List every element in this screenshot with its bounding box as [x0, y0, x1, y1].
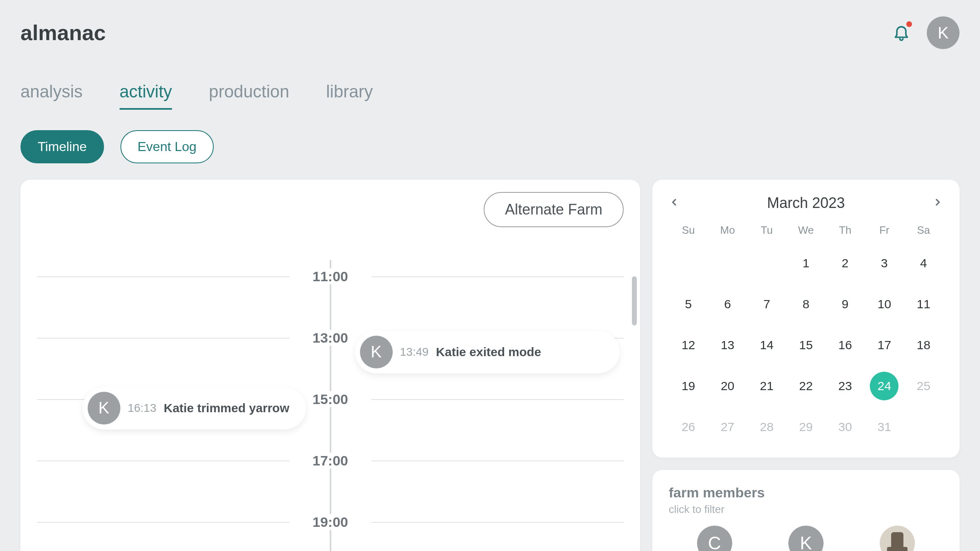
event-text: Katie trimmed yarrow [164, 401, 290, 415]
calendar-prev-button[interactable] [669, 197, 679, 209]
event-avatar: K [360, 336, 393, 368]
calendar-dow: We [786, 224, 826, 237]
tab-library[interactable]: library [326, 82, 373, 110]
calendar-day[interactable]: 29 [792, 413, 820, 441]
calendar-grid: SuMoTuWeThFrSa12345678910111213141516171… [669, 224, 943, 441]
calendar-day[interactable]: 25 [909, 372, 938, 400]
timeline-panel: Alternate Farm 11:0013:0015:0017:0019:00… [20, 180, 640, 551]
calendar-dow: Fr [865, 224, 904, 237]
calendar-day[interactable]: 2 [831, 249, 860, 278]
scrollbar-thumb[interactable] [632, 276, 637, 325]
user-avatar[interactable]: K [927, 16, 960, 49]
notification-dot [906, 21, 912, 27]
member-avatar[interactable]: C [697, 526, 732, 551]
calendar-day[interactable]: 18 [909, 331, 938, 359]
calendar-day[interactable]: 10 [870, 290, 899, 318]
hour-label: 11:00 [304, 269, 356, 285]
calendar-day[interactable]: 31 [870, 413, 899, 441]
calendar-day[interactable]: 23 [831, 372, 860, 400]
event-avatar: K [88, 392, 120, 425]
main-tabs: analysis activity production library [20, 57, 960, 110]
tab-activity[interactable]: activity [120, 82, 172, 110]
event-time: 16:13 [128, 402, 156, 415]
timeline-event[interactable]: K13:49Katie exited mode [355, 331, 620, 373]
eventlog-button[interactable]: Event Log [120, 130, 214, 163]
event-time: 13:49 [400, 346, 429, 359]
calendar-day[interactable]: 26 [674, 413, 703, 441]
member-avatar[interactable] [880, 526, 915, 551]
calendar-day[interactable]: 12 [674, 331, 703, 359]
calendar-day[interactable]: 20 [713, 372, 742, 400]
member-avatar[interactable]: K [788, 526, 824, 551]
calendar-day[interactable]: 1 [792, 249, 820, 278]
calendar-dow: Sa [904, 224, 943, 237]
brand-title: almanac [20, 20, 106, 45]
calendar-day[interactable]: 21 [752, 372, 781, 400]
view-buttons: Timeline Event Log [20, 110, 960, 180]
hour-label: 19:00 [304, 514, 356, 530]
alternate-farm-button[interactable]: Alternate Farm [484, 192, 624, 227]
hour-label: 17:00 [304, 453, 356, 469]
calendar-dow: Th [826, 224, 865, 237]
calendar-day[interactable]: 15 [792, 331, 820, 359]
members-title: farm members [669, 485, 943, 501]
calendar-panel: March 2023 SuMoTuWeThFrSa123456789101112… [652, 180, 960, 458]
calendar-day[interactable]: 27 [713, 413, 742, 441]
chevron-left-icon [669, 197, 679, 208]
calendar-title: March 2023 [767, 194, 845, 212]
calendar-day[interactable]: 6 [713, 290, 742, 318]
calendar-next-button[interactable] [932, 197, 943, 209]
notifications-button[interactable] [892, 23, 910, 43]
tab-production[interactable]: production [209, 82, 289, 110]
calendar-day[interactable]: 17 [870, 331, 899, 359]
calendar-dow: Mo [708, 224, 747, 237]
event-text: Katie exited mode [436, 345, 541, 359]
members-subtitle: click to filter [669, 503, 943, 516]
calendar-dow: Su [669, 224, 708, 237]
calendar-day[interactable]: 16 [831, 331, 860, 359]
calendar-day[interactable]: 22 [792, 372, 820, 400]
calendar-day[interactable]: 7 [752, 290, 781, 318]
calendar-dow: Tu [747, 224, 786, 237]
tab-analysis[interactable]: analysis [20, 82, 83, 110]
timeline-event[interactable]: K16:13Katie trimmed yarrow [83, 387, 306, 429]
header: almanac K [20, 0, 960, 57]
calendar-day[interactable]: 30 [831, 413, 860, 441]
calendar-day[interactable]: 4 [909, 249, 938, 278]
timeline-button[interactable]: Timeline [20, 130, 104, 163]
calendar-day[interactable]: 13 [713, 331, 742, 359]
calendar-day[interactable]: 8 [792, 290, 820, 318]
calendar-day[interactable]: 14 [752, 331, 781, 359]
calendar-day[interactable]: 19 [674, 372, 703, 400]
hour-label: 15:00 [304, 391, 356, 407]
calendar-day[interactable]: 3 [870, 249, 899, 278]
chevron-right-icon [932, 197, 943, 208]
hour-label: 13:00 [304, 330, 356, 346]
timeline-area: 11:0013:0015:0017:0019:00K13:49Katie exi… [37, 276, 624, 551]
calendar-day[interactable]: 28 [752, 413, 781, 441]
calendar-day[interactable]: 11 [909, 290, 938, 318]
calendar-day[interactable]: 9 [831, 290, 860, 318]
members-panel: farm members click to filter CK [652, 470, 960, 551]
calendar-day[interactable]: 5 [674, 290, 703, 318]
calendar-day[interactable]: 24 [870, 372, 899, 400]
